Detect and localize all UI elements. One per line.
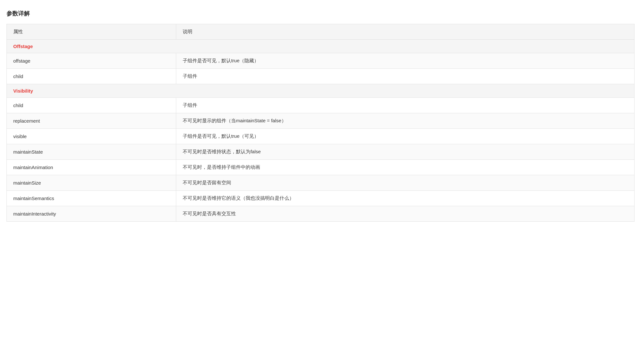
table-row: maintainSize不可见时是否留有空间 (7, 175, 635, 191)
cell-desc: 子组件是否可见，默认true（隐藏） (176, 53, 635, 69)
table-row: visible子组件是否可见，默认true（可见） (7, 129, 635, 144)
table-section-row: Visibility (7, 84, 635, 98)
cell-desc: 不可见时是否留有空间 (176, 175, 635, 191)
table-row: maintainAnimation不可见时，是否维持子组件中的动画 (7, 160, 635, 175)
cell-attr: maintainSemantics (7, 191, 176, 206)
cell-attr: maintainState (7, 144, 176, 160)
table-row: child子组件 (7, 98, 635, 113)
table-header-row: 属性 说明 (7, 24, 635, 40)
table-header-attr: 属性 (7, 24, 176, 40)
param-table: 属性 说明 Offstageoffstage子组件是否可见，默认true（隐藏）… (6, 24, 635, 222)
cell-attr: offstage (7, 53, 176, 69)
cell-desc: 不可见时是否维持它的语义（我也没搞明白是什么） (176, 191, 635, 206)
table-row: maintainInteractivity不可见时是否具有交互性 (7, 206, 635, 222)
cell-desc: 子组件 (176, 98, 635, 113)
cell-desc: 子组件是否可见，默认true（可见） (176, 129, 635, 144)
table-row: offstage子组件是否可见，默认true（隐藏） (7, 53, 635, 69)
table-header-desc: 说明 (176, 24, 635, 40)
cell-desc: 不可见时是否维持状态，默认为false (176, 144, 635, 160)
section-label: Visibility (7, 84, 635, 98)
table-row: maintainState不可见时是否维持状态，默认为false (7, 144, 635, 160)
table-section-row: Offstage (7, 40, 635, 53)
cell-attr: maintainInteractivity (7, 206, 176, 222)
table-row: child子组件 (7, 69, 635, 84)
section-label: Offstage (7, 40, 635, 53)
cell-desc: 不可见时显示的组件（当maintainState = false） (176, 113, 635, 129)
cell-attr: replacement (7, 113, 176, 129)
cell-attr: maintainSize (7, 175, 176, 191)
cell-attr: child (7, 69, 176, 84)
cell-attr: visible (7, 129, 176, 144)
cell-desc: 子组件 (176, 69, 635, 84)
page-title: 参数详解 (6, 10, 635, 17)
cell-desc: 不可见时是否具有交互性 (176, 206, 635, 222)
cell-desc: 不可见时，是否维持子组件中的动画 (176, 160, 635, 175)
table-row: maintainSemantics不可见时是否维持它的语义（我也没搞明白是什么） (7, 191, 635, 206)
cell-attr: maintainAnimation (7, 160, 176, 175)
table-row: replacement不可见时显示的组件（当maintainState = fa… (7, 113, 635, 129)
cell-attr: child (7, 98, 176, 113)
